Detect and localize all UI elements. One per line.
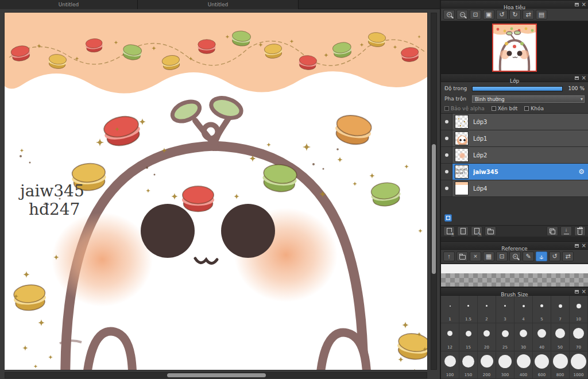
close-panel-icon[interactable]: × [582,243,586,249]
reference-viewport[interactable] [441,264,588,287]
flip-horizontal-button[interactable]: ⇄ [562,252,574,261]
close-panel-icon[interactable]: × [582,75,586,81]
close-panel-icon[interactable]: × [582,289,586,295]
rotate-right-button[interactable]: ↻ [509,10,521,20]
display-mode-button[interactable]: ▤ [536,10,547,20]
canvas-horizontal-scrollbar[interactable] [5,372,427,378]
layer-option-2[interactable]: Khóa [524,106,544,111]
brush-size-cell[interactable]: 7 [551,296,570,323]
layer-visibility-toggle[interactable] [441,180,452,196]
brush-size-cell[interactable]: 40 [533,323,551,351]
layer-visibility-toggle[interactable] [441,164,452,180]
new-folder-button[interactable] [485,226,496,236]
popout-panel-icon[interactable] [575,3,579,6]
brush-size-cell[interactable]: 2 [478,296,496,323]
horizontal-scrollbar-thumb[interactable] [167,373,266,377]
fit-screen-button[interactable]: ⊡ [496,252,508,261]
hand-button[interactable] [536,252,547,261]
layer-visibility-toggle[interactable] [441,130,452,146]
canvas-vertical-scrollbar[interactable] [431,13,437,370]
layer-option-icon[interactable] [444,214,452,222]
pen-button[interactable]: ✎ [523,252,534,261]
brush-size-cell[interactable]: 200 [478,351,496,379]
brush-size-cell[interactable]: 10 [570,296,588,323]
close-panel-icon[interactable]: × [582,2,586,7]
brush-size-label: 70 [576,344,581,351]
brush-size-cell[interactable]: 15 [459,323,478,351]
brush-size-cell[interactable]: 150 [459,351,478,379]
duplicate-layer-button[interactable] [547,226,558,236]
document-tab-2[interactable]: Untitled [138,0,299,9]
zoom-in-button[interactable]: + [509,252,521,261]
layer-row[interactable]: Lớp1 [441,130,588,147]
layer-row[interactable]: Lớp4 [441,180,588,197]
brush-dot-icon [486,305,488,307]
folder-button[interactable] [457,252,468,261]
new-layer-button[interactable] [443,226,455,236]
brush-size-cell[interactable]: 100 [441,351,459,379]
flip-horizontal-button[interactable]: ⇄ [523,10,534,20]
delete-layer-button[interactable] [574,226,586,236]
brush-size-cell[interactable]: 4 [514,296,533,323]
opacity-slider[interactable] [472,86,563,91]
brush-size-cell[interactable]: 800 [551,351,570,379]
brush-size-cell[interactable]: 30 [514,323,533,351]
brush-dot-icon [483,330,490,337]
up-level-button[interactable]: ↑ [443,252,455,261]
brush-size-cell[interactable]: 20 [478,323,496,351]
document-tab-2-label: Untitled [208,2,229,7]
brush-size-cell[interactable]: 70 [570,323,588,351]
chevron-down-icon: ▾ [581,96,583,103]
panel-divider [441,237,588,241]
layer-edit-button[interactable] [471,226,482,236]
layer-settings-gear-icon[interactable]: ⚙ [578,168,585,176]
popout-panel-icon[interactable] [575,244,579,247]
layer-name: Lớp3 [473,119,487,125]
layer-row[interactable]: jaiw345 hđ247jaiw345⚙ [441,164,588,180]
brush-size-label: 200 [483,372,490,378]
brush-size-label: 25 [502,344,508,351]
brush-size-cell[interactable]: 12 [441,323,459,351]
brush-size-cell[interactable]: 1.5 [459,296,478,323]
image-icon: ▦ [486,253,492,260]
new-layer-plain-button[interactable] [457,226,469,236]
layer-option-1[interactable]: Xén bớt [492,106,518,111]
layer-row[interactable]: Lớp2 [441,147,588,164]
canvas-area: jaiw345 hđ247 [0,9,440,379]
brush-size-cell[interactable]: 1000 [570,351,588,379]
document-tabbar: Untitled Untitled [0,0,440,9]
brush-dot-icon [555,328,565,338]
brush-size-cell[interactable]: 300 [496,351,514,379]
blend-mode-select[interactable]: Bình thường ▾ [472,95,585,103]
merge-down-button[interactable] [560,226,572,236]
rotate-left-button[interactable]: ↺ [496,10,508,20]
brush-size-cell[interactable]: 1 [441,296,459,323]
zoom-out-button[interactable]: − [457,10,468,20]
zoom-in-button[interactable]: + [443,10,455,20]
vertical-scrollbar-thumb[interactable] [432,144,436,274]
popout-panel-icon[interactable] [575,290,579,293]
brush-size-cell[interactable]: 3 [496,296,514,323]
brush-size-panel: Brush Size × 11.523457101215202530405070… [441,287,588,379]
layer-visibility-toggle[interactable] [441,114,452,130]
popout-panel-icon[interactable] [575,76,579,80]
visibility-dot-icon [445,187,448,190]
new-layer-icon [447,228,452,234]
delete-layer-icon [578,230,582,235]
brush-size-cell[interactable]: 600 [533,351,551,379]
brush-size-cell[interactable]: 25 [496,323,514,351]
navigator-thumbnail[interactable] [492,24,537,72]
layer-row[interactable]: Lớp3 [441,114,588,130]
close-button[interactable]: × [470,252,481,261]
rotate-left-button[interactable]: ↺ [549,252,560,261]
image-button[interactable]: ▦ [483,252,494,261]
brush-size-cell[interactable]: 5 [533,296,551,323]
layer-visibility-toggle[interactable] [441,147,452,163]
brush-size-cell[interactable]: 400 [514,351,533,379]
brush-size-cell[interactable]: 50 [551,323,570,351]
document-tab-1[interactable]: Untitled [0,0,138,9]
zoom-reset-button[interactable]: ▣ [483,10,494,20]
fit-screen-button[interactable]: ⊡ [470,10,481,20]
drawing-canvas[interactable]: jaiw345 hđ247 [5,13,427,370]
navigator-titlebar: Hoa tiêu × [441,1,588,9]
